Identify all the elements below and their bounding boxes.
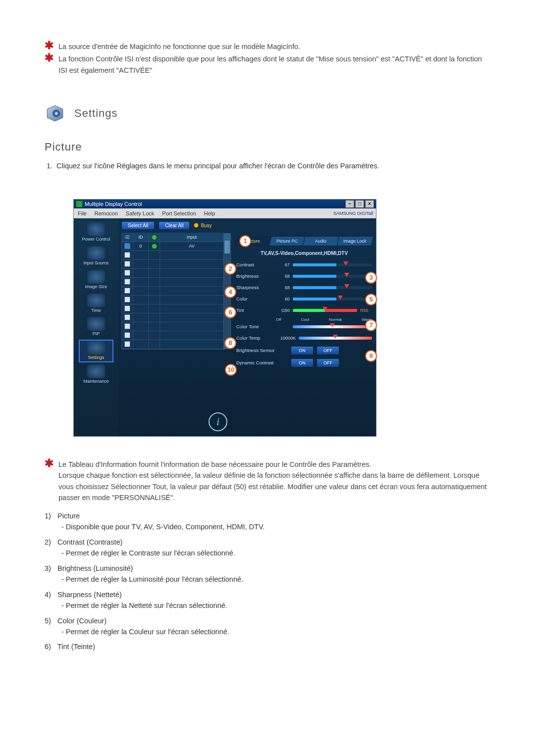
brightness-slider[interactable]	[293, 275, 372, 278]
col-check-header[interactable]: ☑	[122, 233, 133, 242]
menu-help[interactable]: Help	[204, 210, 215, 216]
close-button[interactable]: ×	[365, 200, 374, 208]
tint-slider[interactable]	[293, 309, 357, 312]
sharpness-value: 68	[276, 285, 290, 290]
sharpness-row: Sharpness 68	[236, 283, 372, 292]
power-icon	[87, 222, 105, 236]
table-row[interactable]	[122, 296, 224, 304]
sidebar-item-imagesize[interactable]: Image Size	[79, 269, 113, 292]
image-size-icon	[87, 270, 105, 284]
brightness-value: 68	[276, 274, 290, 279]
row-checkbox[interactable]	[124, 270, 130, 276]
color-value: 60	[276, 297, 290, 302]
pip-icon	[87, 317, 105, 331]
color-row: Color 60	[236, 295, 372, 303]
tab-picture-pc[interactable]: Picture PC	[268, 236, 305, 246]
settings-icon-svg	[45, 103, 65, 124]
row-checkbox[interactable]	[124, 332, 130, 338]
table-row[interactable]	[122, 251, 224, 260]
legend: TV,AV,S-Video,Component,HDMI,DTV	[236, 251, 372, 256]
sidebar-item-maintenance[interactable]: Maintenance	[79, 363, 113, 386]
list-item: 2) Contrast (Contraste) - Permet de régl…	[45, 537, 490, 559]
list-item: 1) Picture - Disponible que pour TV, AV,…	[45, 510, 490, 533]
tab-image-lock[interactable]: Image Lock	[336, 236, 373, 246]
row-checkbox[interactable]	[124, 279, 130, 285]
sidebar-item-power[interactable]: Power Control	[79, 221, 113, 244]
menu-portselection[interactable]: Port Selection	[162, 210, 196, 216]
table-row[interactable]	[122, 313, 224, 322]
tab-audio[interactable]: Audio	[303, 236, 339, 246]
row-checkbox[interactable]	[124, 314, 130, 320]
list-item: 5) Color (Couleur) - Permet de régler la…	[45, 615, 490, 638]
menubar: File Remocon Safety Lock Port Selection …	[74, 208, 376, 218]
sidebar-item-time[interactable]: Time	[79, 293, 113, 315]
dyncontrast-on[interactable]: ON	[291, 358, 314, 367]
row-checkbox[interactable]	[124, 341, 130, 347]
table-row[interactable]	[122, 304, 224, 313]
contrast-slider[interactable]	[293, 263, 372, 266]
row-checkbox[interactable]	[124, 243, 130, 249]
titlebar: Multiple Display Control – □ ×	[74, 200, 376, 208]
app-icon	[76, 201, 83, 207]
list-item: 4) Sharpness (Netteté) - Permet de régle…	[45, 589, 490, 611]
note-info-table: ✱ Le Tableau d'Information fournit l'inf…	[45, 459, 490, 504]
col-status-header[interactable]	[149, 233, 160, 242]
brightsensor-off[interactable]: OFF	[317, 346, 339, 355]
callout-9: 9	[365, 350, 377, 362]
menu-safetylock[interactable]: Safety Lock	[126, 210, 154, 216]
sidebar-item-input[interactable]: Input Source	[79, 245, 113, 268]
svg-point-1	[55, 112, 57, 115]
row-checkbox[interactable]	[124, 297, 130, 302]
tint-label: Tint	[236, 307, 273, 313]
time-icon	[87, 294, 105, 307]
colortone-labels: Off Cool Normal Warm	[276, 317, 372, 322]
colortone-row: Color Tone	[236, 322, 372, 331]
note-isi: ✱ La fonction Contrôle ISI n'est disponi…	[45, 53, 490, 76]
table-row[interactable]: 0 AV	[122, 242, 224, 251]
colortone-slider[interactable]	[293, 325, 372, 328]
list-item: 6) Tint (Teinte)	[45, 641, 490, 652]
table-row[interactable]	[122, 269, 224, 278]
center-panel: Select All Clear All Busy ☑ ID Input	[118, 218, 232, 436]
maximize-button[interactable]: □	[355, 200, 364, 208]
sharpness-label: Sharpness	[236, 285, 273, 290]
col-id-header[interactable]: ID	[133, 233, 149, 242]
table-row[interactable]	[122, 322, 224, 331]
row-checkbox[interactable]	[124, 288, 130, 294]
menu-file[interactable]: File	[78, 210, 87, 216]
table-row[interactable]	[122, 278, 224, 287]
colortemp-slider[interactable]	[299, 337, 372, 340]
row-checkbox[interactable]	[124, 305, 130, 311]
color-slider[interactable]	[293, 298, 372, 301]
table-row[interactable]	[122, 260, 224, 269]
dyncontrast-row: Dynamic Contrast ON OFF	[236, 358, 372, 367]
star-icon: ✱	[45, 53, 54, 62]
dyncontrast-off[interactable]: OFF	[317, 358, 339, 367]
clear-all-button[interactable]: Clear All	[159, 221, 190, 230]
intro-list: Cliquez sur l'icône Réglages dans le men…	[54, 160, 490, 171]
select-all-button[interactable]: Select All	[121, 221, 155, 230]
callout-10: 10	[225, 364, 237, 376]
app-screenshot: Multiple Display Control – □ × File Remo…	[73, 199, 490, 437]
row-checkbox[interactable]	[124, 323, 130, 329]
brightsensor-on[interactable]: ON	[291, 346, 314, 355]
sidebar-item-pip[interactable]: PIP	[79, 316, 113, 339]
sidebar-item-settings[interactable]: Settings	[79, 340, 113, 362]
colortemp-label: Color Temp	[236, 335, 273, 341]
minimize-button[interactable]: –	[345, 200, 354, 208]
scroll-thumb[interactable]	[224, 241, 230, 253]
menu-remocon[interactable]: Remocon	[95, 210, 118, 216]
sharpness-slider[interactable]	[293, 286, 372, 289]
table-row[interactable]	[122, 331, 224, 340]
dyncontrast-label: Dynamic Contrast	[236, 360, 288, 365]
callout-2: 2	[224, 263, 236, 275]
row-checkbox[interactable]	[124, 261, 130, 267]
callout-3: 3	[365, 272, 377, 284]
table-row[interactable]	[122, 340, 224, 349]
table-row[interactable]	[122, 287, 224, 296]
scroll-up-button[interactable]	[224, 234, 230, 241]
note-magicinfo: ✱ La source d'entrée de MagicInfo ne fon…	[45, 41, 490, 52]
row-checkbox[interactable]	[124, 252, 130, 258]
col-input-header[interactable]: Input	[160, 233, 224, 242]
right-panel: Picture Picture PC Audio Image Lock TV,A…	[232, 218, 376, 436]
